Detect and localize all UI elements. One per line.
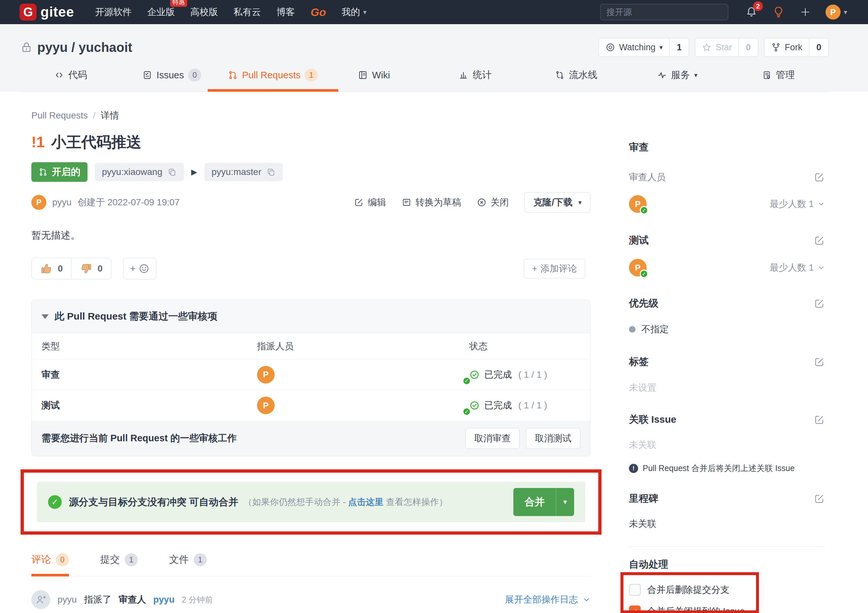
star-button[interactable]: Star 0: [695, 38, 758, 57]
notifications-button[interactable]: 2: [745, 6, 758, 18]
tab-pipelines[interactable]: 流水线: [526, 68, 627, 91]
edit-icon[interactable]: [814, 235, 825, 246]
tab-code[interactable]: 代码: [20, 68, 121, 91]
watching-button[interactable]: Watching ▾ 1: [598, 38, 689, 57]
chevron-down-icon[interactable]: ▾: [556, 488, 574, 516]
check-badge-icon: ✓: [640, 269, 648, 278]
files-count-badge: 1: [194, 553, 207, 566]
tab-statistics[interactable]: 统计: [425, 68, 526, 91]
star-icon: [702, 42, 711, 52]
repo-tabs: 代码 Issues 0 Pull Requests 1 Wiki 统计: [20, 68, 829, 92]
tester-avatar[interactable]: P ✓: [629, 259, 646, 277]
edit-icon[interactable]: [814, 298, 825, 309]
nav-item-private-cloud[interactable]: 私有云: [234, 6, 261, 18]
nav-item-enterprise[interactable]: 企业版 特惠: [147, 6, 175, 18]
copy-icon[interactable]: [267, 167, 276, 176]
watching-eye-icon: [605, 42, 615, 52]
tab-commits[interactable]: 提交 1: [100, 553, 138, 576]
search-box[interactable]: [600, 4, 728, 20]
clone-download-button[interactable]: 克隆/下载 ▾: [524, 192, 591, 212]
thumbs-up-icon: [40, 262, 53, 275]
reaction-group: 0 0: [31, 258, 112, 279]
status-cell: 已完成 ( 1 / 1 ): [469, 399, 580, 412]
tab-pull-requests[interactable]: Pull Requests 1: [222, 68, 324, 91]
check-circle-icon: [469, 370, 480, 380]
activity-user[interactable]: pyyu: [57, 594, 77, 605]
nav-item-opensource[interactable]: 开源软件: [95, 6, 132, 18]
expand-log-link[interactable]: 展开全部操作日志: [505, 593, 591, 606]
activity-target-user[interactable]: pyyu: [153, 594, 174, 605]
cancel-test-button[interactable]: 取消测试: [526, 428, 580, 449]
merge-button[interactable]: 合并 ▾: [513, 488, 574, 516]
repo-actions: Watching ▾ 1 Star 0 Fork: [598, 38, 829, 57]
nav-item-education[interactable]: 高校版: [191, 6, 218, 18]
assignee-avatar[interactable]: P ✓: [257, 366, 469, 384]
issues-icon: [143, 70, 152, 80]
repo-title: pyyu / yuchaoit: [37, 40, 132, 55]
checklist-header[interactable]: 此 Pull Request 需要通过一些审核项: [32, 300, 590, 333]
pr-status-row: 开启的 pyyu:xiaowang ▶ pyyu:master: [31, 162, 591, 182]
close-issue-checkbox-row[interactable]: ✓ 合并后关闭提到的 Issue: [629, 605, 825, 613]
table-row: 审查 P ✓ 已完成 ( 1 / 1 ): [32, 359, 590, 390]
tab-issues[interactable]: Issues 0: [121, 68, 223, 91]
checkbox-checked[interactable]: ✓: [629, 605, 641, 613]
avatar[interactable]: P: [31, 195, 46, 210]
pr-count-badge: 1: [305, 68, 318, 82]
pr-id: !1: [31, 133, 45, 151]
user-menu[interactable]: P ▾: [826, 5, 847, 20]
copy-icon[interactable]: [167, 167, 177, 176]
milestone-value: 未关联: [629, 518, 825, 530]
tab-services[interactable]: 服务 ▾: [627, 68, 728, 91]
chevron-down-icon: ▾: [844, 8, 847, 16]
cancel-review-button[interactable]: 取消审查: [465, 428, 519, 449]
breadcrumb-pull-requests[interactable]: Pull Requests: [31, 110, 88, 121]
close-pr-button[interactable]: 关闭: [477, 196, 509, 209]
add-comment-button[interactable]: + 添加评论: [524, 259, 585, 279]
min-testers-dropdown[interactable]: 最少人数 1: [770, 262, 825, 274]
edit-button[interactable]: 编辑: [354, 196, 386, 209]
tab-files[interactable]: 文件 1: [169, 553, 207, 576]
watching-count[interactable]: 1: [669, 38, 689, 56]
merge-note: （如果你仍然想手动合并 - 点击这里 查看怎样操作）: [243, 496, 448, 508]
discussion-tabs: 评论 0 提交 1 文件 1: [31, 553, 591, 576]
lightbulb-icon: [772, 6, 785, 19]
assignee-avatar[interactable]: P ✓: [257, 396, 469, 414]
top-navbar: G gitee 开源软件 企业版 特惠 高校版 私有云 博客 Go 我的 ▾ 2: [0, 0, 868, 24]
star-count[interactable]: 0: [738, 38, 758, 56]
manual-merge-link[interactable]: 点击这里: [348, 497, 383, 507]
go-logo[interactable]: Go: [310, 6, 326, 19]
convert-draft-button[interactable]: 转换为草稿: [401, 196, 461, 209]
check-badge-icon: ✓: [462, 377, 471, 385]
fork-button[interactable]: Fork 0: [764, 38, 829, 57]
status-badge: 开启的: [31, 162, 88, 182]
edit-icon[interactable]: [814, 414, 825, 425]
merge-status-panel: ✓ 源分支与目标分支没有冲突 可自动合并 （如果你仍然想手动合并 - 点击这里 …: [37, 482, 585, 522]
code-icon: [54, 70, 64, 80]
fork-count[interactable]: 0: [809, 38, 828, 56]
add-reaction-button[interactable]: +: [123, 258, 157, 279]
thumbs-up-button[interactable]: 0: [32, 258, 71, 279]
author-name[interactable]: pyyu: [52, 197, 71, 207]
tab-wiki[interactable]: Wiki: [324, 68, 425, 91]
tips-button[interactable]: [772, 6, 785, 19]
tab-comments[interactable]: 评论 0: [31, 553, 69, 576]
edit-icon[interactable]: [814, 493, 825, 504]
nav-item-blog[interactable]: 博客: [277, 6, 295, 18]
reviewer-avatar[interactable]: P ✓: [629, 195, 646, 213]
create-new-button[interactable]: [800, 6, 811, 18]
avatar[interactable]: P: [826, 5, 840, 20]
pr-actions: 编辑 转换为草稿 关闭 克隆/下载 ▾: [354, 192, 591, 212]
search-input[interactable]: [606, 7, 722, 17]
nav-item-my[interactable]: 我的 ▾: [342, 6, 366, 18]
check-circle-icon: [469, 400, 480, 411]
edit-icon[interactable]: [814, 172, 825, 183]
delete-branch-checkbox-row[interactable]: 合并后删除提交分支: [629, 584, 825, 596]
gitee-logo[interactable]: G gitee: [20, 4, 74, 20]
checkbox-unchecked[interactable]: [629, 584, 641, 596]
pipeline-icon: [555, 70, 565, 80]
tab-manage[interactable]: 管理: [728, 68, 829, 91]
person-add-icon: [31, 590, 50, 609]
thumbs-down-button[interactable]: 0: [71, 258, 111, 279]
min-reviewers-dropdown[interactable]: 最少人数 1: [770, 198, 825, 210]
edit-icon[interactable]: [814, 356, 825, 368]
